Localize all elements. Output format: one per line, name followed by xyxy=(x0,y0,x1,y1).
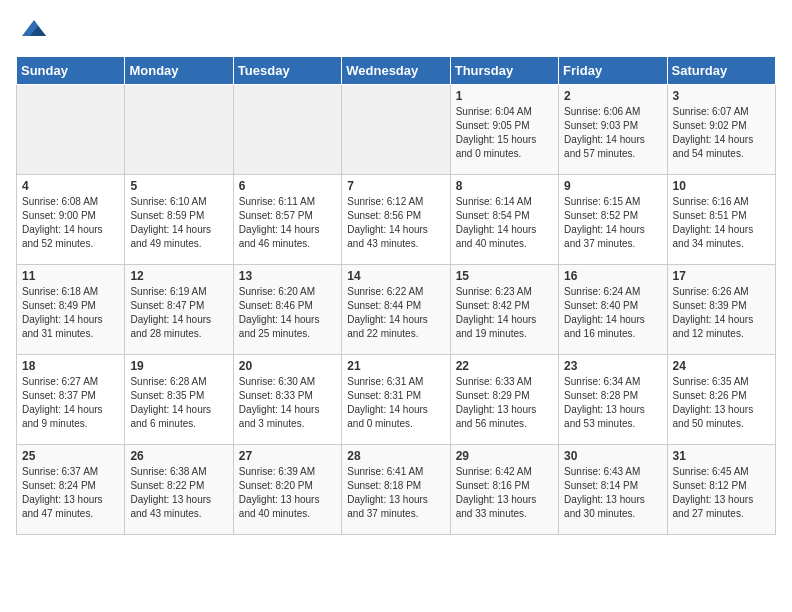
day-number: 8 xyxy=(456,179,553,193)
day-number: 30 xyxy=(564,449,661,463)
calendar-cell: 5Sunrise: 6:10 AM Sunset: 8:59 PM Daylig… xyxy=(125,175,233,265)
day-info: Sunrise: 6:19 AM Sunset: 8:47 PM Dayligh… xyxy=(130,285,227,341)
day-info: Sunrise: 6:20 AM Sunset: 8:46 PM Dayligh… xyxy=(239,285,336,341)
day-number: 15 xyxy=(456,269,553,283)
day-number: 6 xyxy=(239,179,336,193)
day-info: Sunrise: 6:38 AM Sunset: 8:22 PM Dayligh… xyxy=(130,465,227,521)
day-info: Sunrise: 6:37 AM Sunset: 8:24 PM Dayligh… xyxy=(22,465,119,521)
day-info: Sunrise: 6:39 AM Sunset: 8:20 PM Dayligh… xyxy=(239,465,336,521)
calendar-table: SundayMondayTuesdayWednesdayThursdayFrid… xyxy=(16,56,776,535)
day-info: Sunrise: 6:35 AM Sunset: 8:26 PM Dayligh… xyxy=(673,375,770,431)
weekday-header: Sunday xyxy=(17,57,125,85)
day-number: 5 xyxy=(130,179,227,193)
calendar-cell xyxy=(17,85,125,175)
day-info: Sunrise: 6:06 AM Sunset: 9:03 PM Dayligh… xyxy=(564,105,661,161)
day-info: Sunrise: 6:12 AM Sunset: 8:56 PM Dayligh… xyxy=(347,195,444,251)
day-info: Sunrise: 6:42 AM Sunset: 8:16 PM Dayligh… xyxy=(456,465,553,521)
calendar-cell: 3Sunrise: 6:07 AM Sunset: 9:02 PM Daylig… xyxy=(667,85,775,175)
calendar-cell: 28Sunrise: 6:41 AM Sunset: 8:18 PM Dayli… xyxy=(342,445,450,535)
calendar-cell: 27Sunrise: 6:39 AM Sunset: 8:20 PM Dayli… xyxy=(233,445,341,535)
weekday-header-row: SundayMondayTuesdayWednesdayThursdayFrid… xyxy=(17,57,776,85)
day-number: 27 xyxy=(239,449,336,463)
day-number: 9 xyxy=(564,179,661,193)
calendar-cell: 13Sunrise: 6:20 AM Sunset: 8:46 PM Dayli… xyxy=(233,265,341,355)
day-number: 13 xyxy=(239,269,336,283)
day-info: Sunrise: 6:28 AM Sunset: 8:35 PM Dayligh… xyxy=(130,375,227,431)
calendar-cell: 30Sunrise: 6:43 AM Sunset: 8:14 PM Dayli… xyxy=(559,445,667,535)
day-info: Sunrise: 6:11 AM Sunset: 8:57 PM Dayligh… xyxy=(239,195,336,251)
calendar-cell: 12Sunrise: 6:19 AM Sunset: 8:47 PM Dayli… xyxy=(125,265,233,355)
calendar-cell: 7Sunrise: 6:12 AM Sunset: 8:56 PM Daylig… xyxy=(342,175,450,265)
calendar-cell: 21Sunrise: 6:31 AM Sunset: 8:31 PM Dayli… xyxy=(342,355,450,445)
day-info: Sunrise: 6:16 AM Sunset: 8:51 PM Dayligh… xyxy=(673,195,770,251)
page-header xyxy=(16,16,776,44)
day-info: Sunrise: 6:08 AM Sunset: 9:00 PM Dayligh… xyxy=(22,195,119,251)
day-number: 11 xyxy=(22,269,119,283)
day-number: 28 xyxy=(347,449,444,463)
day-info: Sunrise: 6:18 AM Sunset: 8:49 PM Dayligh… xyxy=(22,285,119,341)
day-info: Sunrise: 6:43 AM Sunset: 8:14 PM Dayligh… xyxy=(564,465,661,521)
calendar-cell: 2Sunrise: 6:06 AM Sunset: 9:03 PM Daylig… xyxy=(559,85,667,175)
calendar-week-row: 1Sunrise: 6:04 AM Sunset: 9:05 PM Daylig… xyxy=(17,85,776,175)
calendar-cell: 6Sunrise: 6:11 AM Sunset: 8:57 PM Daylig… xyxy=(233,175,341,265)
calendar-week-row: 4Sunrise: 6:08 AM Sunset: 9:00 PM Daylig… xyxy=(17,175,776,265)
day-number: 19 xyxy=(130,359,227,373)
logo-icon xyxy=(20,16,48,44)
day-number: 1 xyxy=(456,89,553,103)
calendar-cell xyxy=(233,85,341,175)
day-info: Sunrise: 6:31 AM Sunset: 8:31 PM Dayligh… xyxy=(347,375,444,431)
calendar-week-row: 18Sunrise: 6:27 AM Sunset: 8:37 PM Dayli… xyxy=(17,355,776,445)
weekday-header: Thursday xyxy=(450,57,558,85)
day-number: 16 xyxy=(564,269,661,283)
day-number: 4 xyxy=(22,179,119,193)
day-info: Sunrise: 6:27 AM Sunset: 8:37 PM Dayligh… xyxy=(22,375,119,431)
day-info: Sunrise: 6:45 AM Sunset: 8:12 PM Dayligh… xyxy=(673,465,770,521)
weekday-header: Wednesday xyxy=(342,57,450,85)
day-info: Sunrise: 6:22 AM Sunset: 8:44 PM Dayligh… xyxy=(347,285,444,341)
calendar-cell: 25Sunrise: 6:37 AM Sunset: 8:24 PM Dayli… xyxy=(17,445,125,535)
calendar-cell: 9Sunrise: 6:15 AM Sunset: 8:52 PM Daylig… xyxy=(559,175,667,265)
day-info: Sunrise: 6:24 AM Sunset: 8:40 PM Dayligh… xyxy=(564,285,661,341)
calendar-cell: 15Sunrise: 6:23 AM Sunset: 8:42 PM Dayli… xyxy=(450,265,558,355)
day-info: Sunrise: 6:30 AM Sunset: 8:33 PM Dayligh… xyxy=(239,375,336,431)
day-info: Sunrise: 6:41 AM Sunset: 8:18 PM Dayligh… xyxy=(347,465,444,521)
calendar-cell xyxy=(342,85,450,175)
day-number: 17 xyxy=(673,269,770,283)
calendar-cell: 29Sunrise: 6:42 AM Sunset: 8:16 PM Dayli… xyxy=(450,445,558,535)
day-number: 24 xyxy=(673,359,770,373)
day-number: 18 xyxy=(22,359,119,373)
day-info: Sunrise: 6:14 AM Sunset: 8:54 PM Dayligh… xyxy=(456,195,553,251)
calendar-cell: 16Sunrise: 6:24 AM Sunset: 8:40 PM Dayli… xyxy=(559,265,667,355)
day-info: Sunrise: 6:10 AM Sunset: 8:59 PM Dayligh… xyxy=(130,195,227,251)
weekday-header: Saturday xyxy=(667,57,775,85)
day-number: 23 xyxy=(564,359,661,373)
day-number: 12 xyxy=(130,269,227,283)
day-info: Sunrise: 6:34 AM Sunset: 8:28 PM Dayligh… xyxy=(564,375,661,431)
day-number: 29 xyxy=(456,449,553,463)
day-number: 7 xyxy=(347,179,444,193)
day-number: 22 xyxy=(456,359,553,373)
calendar-cell: 23Sunrise: 6:34 AM Sunset: 8:28 PM Dayli… xyxy=(559,355,667,445)
calendar-cell: 24Sunrise: 6:35 AM Sunset: 8:26 PM Dayli… xyxy=(667,355,775,445)
day-info: Sunrise: 6:07 AM Sunset: 9:02 PM Dayligh… xyxy=(673,105,770,161)
logo xyxy=(16,16,48,44)
day-number: 3 xyxy=(673,89,770,103)
day-number: 31 xyxy=(673,449,770,463)
calendar-cell: 20Sunrise: 6:30 AM Sunset: 8:33 PM Dayli… xyxy=(233,355,341,445)
day-number: 14 xyxy=(347,269,444,283)
calendar-cell: 19Sunrise: 6:28 AM Sunset: 8:35 PM Dayli… xyxy=(125,355,233,445)
calendar-cell: 17Sunrise: 6:26 AM Sunset: 8:39 PM Dayli… xyxy=(667,265,775,355)
calendar-cell: 22Sunrise: 6:33 AM Sunset: 8:29 PM Dayli… xyxy=(450,355,558,445)
calendar-cell: 18Sunrise: 6:27 AM Sunset: 8:37 PM Dayli… xyxy=(17,355,125,445)
day-number: 20 xyxy=(239,359,336,373)
day-info: Sunrise: 6:33 AM Sunset: 8:29 PM Dayligh… xyxy=(456,375,553,431)
weekday-header: Friday xyxy=(559,57,667,85)
day-info: Sunrise: 6:15 AM Sunset: 8:52 PM Dayligh… xyxy=(564,195,661,251)
calendar-week-row: 11Sunrise: 6:18 AM Sunset: 8:49 PM Dayli… xyxy=(17,265,776,355)
calendar-cell: 26Sunrise: 6:38 AM Sunset: 8:22 PM Dayli… xyxy=(125,445,233,535)
calendar-cell xyxy=(125,85,233,175)
day-number: 21 xyxy=(347,359,444,373)
day-info: Sunrise: 6:23 AM Sunset: 8:42 PM Dayligh… xyxy=(456,285,553,341)
calendar-cell: 31Sunrise: 6:45 AM Sunset: 8:12 PM Dayli… xyxy=(667,445,775,535)
weekday-header: Monday xyxy=(125,57,233,85)
